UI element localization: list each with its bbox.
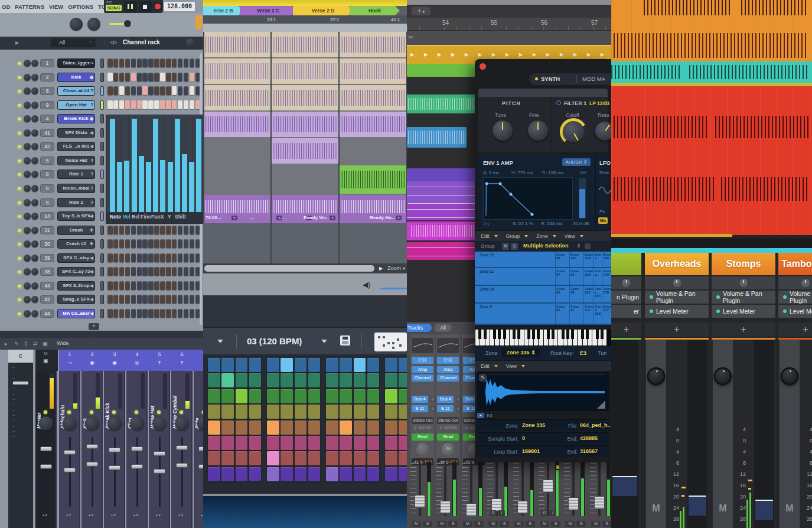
step-cell[interactable] bbox=[148, 253, 154, 262]
add-channel-button[interactable]: + bbox=[89, 323, 99, 330]
step-cell[interactable] bbox=[125, 295, 131, 304]
channel-pan-knob[interactable] bbox=[24, 199, 31, 206]
step-cell[interactable] bbox=[166, 100, 171, 109]
drum-pad[interactable] bbox=[221, 389, 234, 403]
drum-pad[interactable] bbox=[221, 421, 234, 435]
drum-pad[interactable] bbox=[295, 451, 307, 465]
mute-button[interactable]: M bbox=[412, 521, 421, 527]
zone-row[interactable]: Zone 10 Zone 66 Zone 98 Zone 122 Zon e 1… bbox=[475, 286, 611, 304]
step-cell[interactable] bbox=[154, 253, 159, 262]
drum-pad[interactable] bbox=[340, 405, 352, 419]
step-cell[interactable] bbox=[119, 281, 125, 290]
step-cell[interactable] bbox=[166, 86, 171, 95]
step-cell[interactable] bbox=[142, 73, 148, 82]
zone-cell[interactable]: Zone 122 bbox=[583, 286, 593, 302]
step-cell[interactable] bbox=[184, 267, 189, 276]
channel-number[interactable]: 4 bbox=[40, 115, 54, 123]
drum-pad[interactable] bbox=[236, 467, 248, 481]
fader-handle[interactable] bbox=[176, 463, 188, 468]
piano-key-black[interactable] bbox=[532, 330, 535, 339]
zone-cell[interactable]: Zon a.. bbox=[593, 252, 602, 267]
fader-handle[interactable] bbox=[131, 446, 143, 451]
channel-number[interactable]: 44 bbox=[40, 282, 54, 290]
send-slot[interactable]: Bus 4 bbox=[412, 396, 428, 403]
drum-pad[interactable] bbox=[385, 451, 397, 465]
step-cell[interactable] bbox=[178, 226, 183, 234]
orange-track-region[interactable] bbox=[611, 0, 812, 61]
drum-pad[interactable] bbox=[385, 373, 397, 387]
drum-pad[interactable] bbox=[367, 436, 380, 450]
mute-button[interactable]: M bbox=[591, 521, 601, 527]
audio-clip[interactable] bbox=[272, 85, 338, 110]
mixer-strip-ride[interactable]: Ride▴ ▾ bbox=[194, 371, 203, 528]
step-cell[interactable] bbox=[107, 281, 113, 290]
drum-pad[interactable] bbox=[249, 421, 262, 435]
step-cell[interactable] bbox=[113, 253, 119, 262]
drum-pad[interactable] bbox=[340, 436, 352, 450]
drum-pad[interactable] bbox=[385, 389, 397, 403]
step-cell[interactable] bbox=[160, 100, 165, 109]
mute-button[interactable]: M bbox=[565, 521, 575, 527]
channel-pan-knob[interactable] bbox=[24, 282, 31, 289]
step-cell[interactable] bbox=[178, 281, 183, 290]
fader-cap[interactable] bbox=[543, 480, 553, 493]
drum-pad[interactable] bbox=[308, 436, 321, 450]
output-slot[interactable]: Stereo Out bbox=[412, 417, 433, 424]
chevron-down-icon[interactable] bbox=[217, 340, 223, 343]
step-cell[interactable] bbox=[178, 253, 183, 262]
drum-pad[interactable] bbox=[221, 405, 234, 419]
step-cell[interactable] bbox=[107, 267, 113, 276]
channel-pan-knob[interactable] bbox=[24, 310, 31, 317]
channel-name-button[interactable]: Ride 1Ŧ bbox=[57, 170, 95, 179]
bars-ruler[interactable]: 33:137:141:1 bbox=[203, 15, 407, 24]
channel-name-button[interactable]: Toy S..h SFX◀ bbox=[57, 211, 95, 221]
audio-clip[interactable] bbox=[204, 112, 270, 137]
drum-pad[interactable] bbox=[354, 373, 366, 387]
step-cell[interactable] bbox=[107, 58, 113, 67]
pan-knob[interactable] bbox=[672, 278, 682, 288]
step-cell[interactable] bbox=[184, 295, 189, 304]
fader-handle[interactable] bbox=[86, 462, 98, 467]
automation-mode[interactable]: Read bbox=[437, 434, 459, 441]
fx-slot[interactable]: Amp bbox=[412, 366, 433, 373]
tune-knob[interactable] bbox=[493, 120, 513, 141]
step-cell[interactable] bbox=[119, 100, 125, 109]
step-cell[interactable] bbox=[184, 100, 189, 109]
step-cell[interactable] bbox=[190, 100, 195, 109]
zone-cell[interactable]: Zone 97 bbox=[569, 304, 583, 324]
strip-pan-knob[interactable] bbox=[39, 416, 53, 431]
drum-pad[interactable] bbox=[267, 358, 279, 372]
step-cell[interactable] bbox=[160, 239, 165, 248]
plugin-row[interactable]: Volume & Pan Plugin bbox=[778, 291, 812, 304]
menu-item[interactable]: View bbox=[506, 363, 525, 369]
zone-cell[interactable]: Zone 66 bbox=[555, 286, 569, 302]
fader-handle[interactable] bbox=[154, 451, 165, 456]
fader-handle[interactable] bbox=[176, 445, 188, 450]
drum-pad[interactable] bbox=[221, 358, 234, 372]
piano-key-black[interactable] bbox=[513, 330, 516, 339]
step-cell[interactable] bbox=[125, 100, 131, 109]
zone-selector[interactable]: Zone 335 ⇕ bbox=[502, 348, 540, 357]
add-track-button[interactable]: + ▾ bbox=[412, 7, 431, 15]
song-mode-button[interactable]: SONG bbox=[106, 5, 122, 11]
channel-enable-led[interactable] bbox=[18, 229, 21, 233]
drum-pad[interactable] bbox=[295, 405, 307, 419]
step-cell[interactable] bbox=[172, 100, 177, 109]
menu-item[interactable]: Edit bbox=[481, 233, 498, 239]
drum-pad[interactable] bbox=[308, 421, 321, 435]
plugin-enable-dot[interactable] bbox=[716, 309, 720, 313]
drum-pad[interactable] bbox=[326, 421, 338, 435]
drum-pad[interactable] bbox=[249, 405, 262, 419]
fader-track[interactable] bbox=[419, 462, 421, 516]
step-cell[interactable] bbox=[160, 58, 165, 67]
env-decay[interactable]: D: 158 ms bbox=[542, 170, 563, 175]
cutoff-knob[interactable] bbox=[563, 121, 584, 142]
channel-name-button[interactable]: Noise HatŦ bbox=[57, 156, 95, 165]
clip-menu-button[interactable]: ▾ bbox=[330, 216, 335, 220]
channel-number[interactable]: 6 bbox=[40, 170, 54, 178]
audio-clip[interactable] bbox=[272, 112, 338, 137]
graph-tab-x[interactable]: X bbox=[161, 214, 164, 220]
strip-pan-knob[interactable] bbox=[130, 416, 144, 431]
pan-knob-large[interactable] bbox=[781, 367, 798, 385]
step-cell[interactable] bbox=[148, 239, 154, 248]
